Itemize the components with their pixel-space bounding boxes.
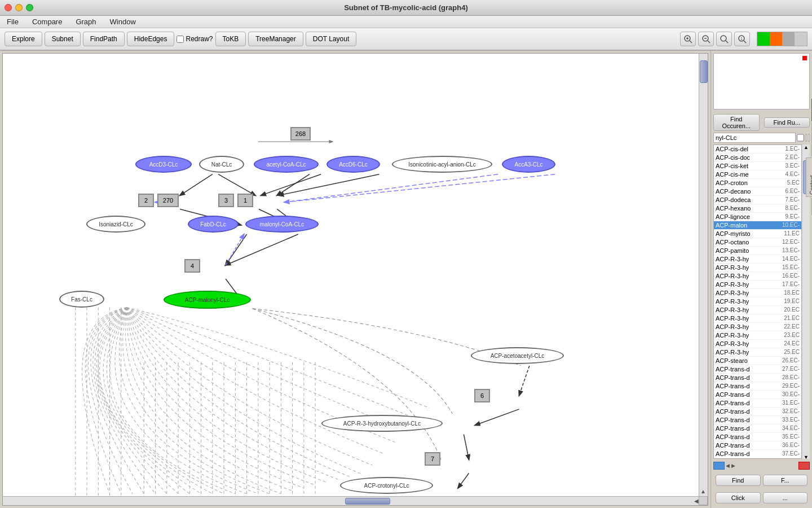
list-item[interactable]: ACP-myristo11.EC (714, 230, 801, 238)
list[interactable]: ACP-cis-del1.EC-ACP-cis-doc2.EC-ACP-cis-… (713, 144, 802, 459)
find-checkbox[interactable] (797, 134, 804, 142)
node-rect-3[interactable]: 3 (218, 194, 234, 207)
node-AccD3-CLc[interactable]: AccD3-CLc (135, 156, 192, 173)
scroll-arrow-up[interactable]: ▲ (699, 487, 708, 496)
list-item[interactable]: ACP-R-3-hy15.EC- (714, 264, 801, 272)
tab-context-menu[interactable]: Context Menu (806, 157, 812, 197)
f-button[interactable]: F... (763, 475, 808, 486)
list-item[interactable]: ACP-croton5.EC (714, 179, 801, 187)
list-scroll-up[interactable]: ▲ (804, 144, 809, 149)
treemanager-button[interactable]: TreeManager (248, 32, 303, 46)
node-Fas-CLc[interactable]: Fas-CLc (59, 291, 104, 308)
list-item[interactable]: ACP-R-3-hy22.EC (714, 323, 801, 331)
subnet-button[interactable]: Subnet (45, 32, 81, 46)
node-AccD6-CLc[interactable]: AccD6-CLc (326, 156, 380, 173)
node-ACP-R-3-hydroxybutanoyl-CLc[interactable]: ACP-R-3-hydroxybutanoyl-CLc (321, 415, 443, 432)
zoom-in-button[interactable] (680, 32, 696, 46)
scroll-corner-btn[interactable] (699, 496, 708, 505)
list-item[interactable]: ACP-R-3-hy19.EC (714, 297, 801, 306)
menu-file[interactable]: File (5, 17, 21, 27)
node-rect-7[interactable]: 7 (425, 452, 440, 466)
node-Isoniazid-CLc[interactable]: Isoniazid-CLc (86, 216, 145, 233)
list-item[interactable]: ACP-hexano8.EC- (714, 204, 801, 213)
list-item[interactable]: ACP-stearo26.EC- (714, 357, 801, 365)
list-item[interactable]: ACP-lignoce9.EC- (714, 213, 801, 221)
node-rect-4[interactable]: 4 (184, 259, 200, 273)
list-item[interactable]: ACP-pamito13.EC- (714, 247, 801, 255)
list-item[interactable]: ACP-trans-d31.EC- (714, 399, 801, 408)
find-option-box1[interactable] (805, 134, 807, 142)
find-input[interactable] (713, 133, 796, 143)
list-item[interactable]: ACP-R-3-hy23.EC (714, 331, 801, 340)
node-268[interactable]: 268 (290, 127, 311, 141)
list-item[interactable]: ACP-trans-d33.EC- (714, 416, 801, 424)
list-item[interactable]: ACP-dodeca7.EC- (714, 196, 801, 204)
node-rect-1[interactable]: 1 (237, 194, 253, 207)
list-item[interactable]: ACP-R-3-hy17.EC- (714, 281, 801, 289)
close-button[interactable] (5, 4, 12, 11)
list-nav-delete[interactable] (798, 462, 810, 470)
node-ACP-crotonyl-CLc[interactable]: ACP-crotonyl-CLc (340, 477, 433, 494)
explore-button[interactable]: Explore (5, 32, 42, 46)
traffic-lights[interactable] (5, 4, 33, 11)
scroll-arrow-left[interactable]: ◀ (694, 496, 699, 505)
scrollbar-thumb-horizontal[interactable] (345, 498, 390, 505)
graph-container[interactable]: 268 AccD3-CLc Nat-CLc acetyl-CoA-CLc Acc… (2, 53, 708, 506)
menu-graph[interactable]: Graph (73, 17, 98, 27)
list-nav-prev[interactable] (713, 462, 725, 470)
zoom-reset-button[interactable]: 1 (734, 32, 750, 46)
list-item[interactable]: ACP-trans-d32.EC- (714, 408, 801, 416)
node-malonyl-CoA-CLc[interactable]: malonyl-CoA-CLc (245, 216, 319, 233)
list-item[interactable]: ACP-trans-d35.EC- (714, 433, 801, 441)
find-occurrences-button[interactable]: Find Occuren... (713, 114, 760, 131)
minimize-button[interactable] (15, 4, 23, 11)
list-item[interactable]: ACP-trans-d28.EC- (714, 374, 801, 382)
node-FabD-CLc[interactable]: FabD-CLc (188, 216, 239, 233)
list-item[interactable]: ACP-cis-me4.EC- (714, 170, 801, 179)
list-scroll-down[interactable]: ▼ (804, 454, 809, 459)
list-item[interactable]: ACP-R-3-hy24.EC (714, 340, 801, 348)
list-item[interactable]: ACP-R-3-hy20.EC (714, 306, 801, 314)
node-ACP-acetoacetyl-CLc[interactable]: ACP-acetoacetyl-CLc (471, 347, 564, 364)
list-item[interactable]: ACP-cis-doc2.EC- (714, 154, 801, 162)
list-item[interactable]: ACP-octano12.EC- (714, 238, 801, 247)
list-item[interactable]: ACP-cis-ket3.EC- (714, 162, 801, 170)
redraw-checkbox-label[interactable]: Redraw? (176, 35, 213, 43)
node-rect-270[interactable]: 270 (157, 194, 179, 207)
find-option-box2[interactable] (808, 134, 810, 142)
list-item[interactable]: ACP-cis-del1.EC- (714, 145, 801, 154)
node-ACP-malonyl-CLc[interactable]: ACP-malonyl-CLc (164, 291, 251, 309)
node-Isonicotinic-acyl-anion-CLc[interactable]: Isonicotinic-acyl-anion-CLc (392, 156, 492, 173)
list-item[interactable]: ACP-R-3-hy14.EC- (714, 255, 801, 264)
hideedges-button[interactable]: HideEdges (127, 32, 175, 46)
scrollbar-vertical[interactable] (699, 54, 708, 496)
node-AccA3-CLc[interactable]: AccA3-CLc (502, 156, 555, 173)
maximize-button[interactable] (26, 4, 33, 11)
list-item[interactable]: ACP-trans-d30.EC- (714, 391, 801, 399)
list-item[interactable]: ACP-trans-d29.EC- (714, 382, 801, 391)
list-item[interactable]: ACP-trans-d36.EC- (714, 441, 801, 450)
scrollbar-thumb-vertical[interactable] (700, 60, 708, 83)
list-item[interactable]: ACP-malon10.EC- (714, 221, 801, 230)
list-item[interactable]: ACP-R-3-hy25.EC (714, 348, 801, 357)
list-item[interactable]: ACP-decano6.EC- (714, 187, 801, 196)
ellipsis-button[interactable]: ... (763, 492, 808, 503)
findpath-button[interactable]: FindPath (83, 32, 125, 46)
tokb-button[interactable]: ToKB (215, 32, 246, 46)
menu-window[interactable]: Window (108, 17, 138, 27)
list-item[interactable]: ACP-trans-d37.EC- (714, 450, 801, 458)
redraw-checkbox[interactable] (176, 36, 184, 43)
find-button[interactable]: Find (716, 475, 761, 486)
find-rules-button[interactable]: Find Ru... (764, 117, 810, 128)
list-item[interactable]: ACP-R-3-hy16.EC- (714, 272, 801, 281)
list-item[interactable]: ACP-trans-d34.EC- (714, 424, 801, 433)
node-Nat-CLc[interactable]: Nat-CLc (199, 156, 244, 173)
zoom-out-button[interactable] (698, 32, 714, 46)
node-rect-2[interactable]: 2 (138, 194, 154, 207)
dotlayout-button[interactable]: DOT Layout (306, 32, 356, 46)
node-rect-6[interactable]: 6 (474, 389, 490, 402)
click-button[interactable]: Click (716, 492, 761, 503)
scrollbar-horizontal[interactable] (3, 496, 699, 505)
node-acetyl-CoA-CLc[interactable]: acetyl-CoA-CLc (254, 156, 319, 173)
menu-compare[interactable]: Compare (30, 17, 64, 27)
